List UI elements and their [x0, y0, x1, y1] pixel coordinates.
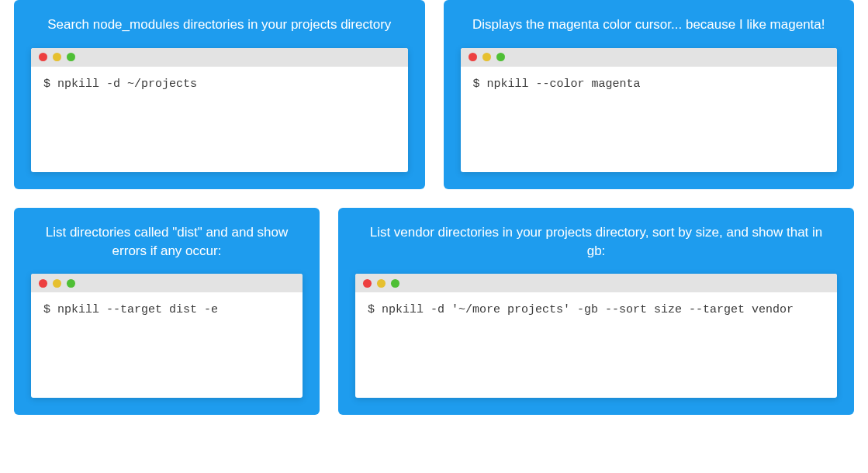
terminal-window: $ npkill -d '~/more projects' -gb --sort… — [355, 274, 837, 398]
maximize-icon — [391, 279, 399, 288]
terminal-titlebar — [355, 274, 837, 292]
terminal-command: $ npkill --target dist -e — [31, 292, 303, 398]
example-row-1: Search node_modules directories in your … — [14, 0, 854, 189]
terminal-titlebar — [31, 48, 408, 67]
minimize-icon — [53, 53, 61, 61]
example-card: List directories called "dist" and and s… — [14, 208, 320, 416]
terminal-command: $ npkill -d ~/projects — [31, 67, 408, 172]
maximize-icon — [496, 53, 505, 61]
maximize-icon — [67, 53, 75, 61]
terminal-window: $ npkill --color magenta — [461, 48, 838, 172]
minimize-icon — [53, 279, 61, 288]
example-row-2: List directories called "dist" and and s… — [14, 208, 854, 416]
terminal-titlebar — [461, 48, 838, 67]
close-icon — [39, 279, 47, 288]
minimize-icon — [377, 279, 386, 288]
example-card: Displays the magenta color cursor... bec… — [444, 0, 855, 189]
example-title: Displays the magenta color cursor... bec… — [461, 16, 838, 34]
example-card: List vendor directories in your projects… — [338, 208, 854, 416]
terminal-window: $ npkill -d ~/projects — [31, 48, 408, 172]
example-title: Search node_modules directories in your … — [31, 16, 408, 34]
terminal-command: $ npkill --color magenta — [461, 67, 838, 172]
example-title: List directories called "dist" and and s… — [31, 223, 303, 261]
terminal-titlebar — [31, 274, 303, 292]
terminal-command: $ npkill -d '~/more projects' -gb --sort… — [355, 292, 837, 398]
close-icon — [469, 53, 477, 61]
terminal-window: $ npkill --target dist -e — [31, 274, 303, 398]
example-card: Search node_modules directories in your … — [14, 0, 425, 189]
maximize-icon — [67, 279, 75, 288]
close-icon — [363, 279, 372, 288]
example-title: List vendor directories in your projects… — [355, 223, 837, 261]
close-icon — [39, 53, 47, 61]
minimize-icon — [482, 53, 491, 61]
